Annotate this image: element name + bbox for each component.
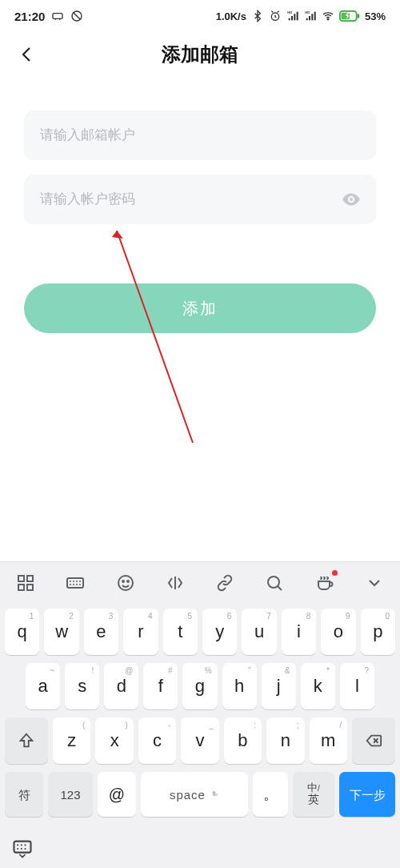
key-g[interactable]: %g [182,663,217,709]
svg-rect-0 [53,14,62,19]
svg-rect-23 [67,578,83,588]
keyboard-status-icon [51,10,64,22]
toggle-password-visibility-icon[interactable] [341,189,362,210]
key-l[interactable]: ?l [340,663,374,709]
signal-2-icon: HD [304,10,317,22]
svg-point-26 [127,581,129,582]
key-z[interactable]: (z [53,717,90,764]
svg-point-24 [118,576,133,590]
key-w[interactable]: 2w [44,609,78,655]
key-t[interactable]: 5t [163,609,198,655]
backspace-key[interactable] [352,717,395,764]
key-i[interactable]: 8i [282,609,316,655]
key-p[interactable]: 0p [361,609,395,655]
toolbar-emoji-icon[interactable] [111,569,140,597]
svg-rect-20 [27,576,33,581]
svg-rect-12 [314,12,316,21]
numeric-key[interactable]: 123 [48,772,93,817]
at-key[interactable]: @ [98,772,136,817]
next-key[interactable]: 下一步 [339,772,395,817]
add-button[interactable]: 添加 [24,283,376,333]
key-v[interactable]: _v [181,717,218,764]
key-o[interactable]: 9o [321,609,355,655]
svg-rect-5 [291,16,293,20]
svg-rect-7 [297,12,298,21]
key-m[interactable]: /m [310,717,347,764]
battery-icon [339,10,360,22]
soft-keyboard: 1q2w3e4r5t6y7u8i9o0p ~a!s@d#f%g"h&j*k?l … [0,561,400,868]
svg-rect-28 [14,842,31,853]
key-u[interactable]: 7u [242,609,276,655]
key-b[interactable]: :b [224,717,262,764]
battery-percent: 53% [365,10,386,22]
svg-text:HD: HD [287,10,292,14]
key-n[interactable]: ;n [266,717,304,764]
wifi-icon [322,10,334,22]
keyboard-row-1: 1q2w3e4r5t6y7u8i9o0p [5,609,395,655]
space-key[interactable]: space [141,772,248,817]
svg-rect-16 [358,14,360,18]
svg-rect-9 [306,18,308,21]
symbol-key[interactable]: 符 [5,772,43,817]
keyboard-toolbar [0,562,400,604]
net-speed: 1.0K/s [216,10,246,22]
svg-rect-6 [294,14,295,20]
key-y[interactable]: 6y [202,609,237,655]
key-s[interactable]: !s [65,663,99,709]
page-title: 添加邮箱 [162,42,238,67]
svg-rect-21 [18,585,24,590]
key-h[interactable]: "h [222,663,257,709]
no-disturb-icon [70,10,83,22]
svg-point-25 [122,581,124,582]
key-d[interactable]: @d [104,663,138,709]
key-q[interactable]: 1q [5,609,39,655]
keyboard-bottom-bar [0,830,400,868]
svg-rect-22 [27,585,33,590]
svg-point-27 [268,577,279,588]
bluetooth-icon [251,10,264,22]
toolbar-app-icon[interactable] [11,569,40,597]
toolbar-keyboard-icon[interactable] [61,569,90,597]
key-x[interactable]: )x [95,717,133,764]
keyboard-row-2: ~a!s@d#f%g"h&j*k?l [5,663,395,709]
period-key[interactable]: 。 [253,772,288,817]
alarm-icon [269,10,282,22]
status-bar: 21:20 1.0K/s HD HD 53% [0,0,400,32]
form-area: 添加 [0,77,400,333]
key-c[interactable]: -c [138,717,176,764]
key-j[interactable]: &j [262,663,296,709]
svg-rect-4 [289,18,290,21]
toolbar-cursor-icon[interactable] [161,569,190,597]
toolbar-collapse-icon[interactable] [360,569,389,597]
toolbar-clip-icon[interactable] [210,569,239,597]
key-a[interactable]: ~a [26,663,60,709]
toolbar-search-icon[interactable] [260,569,289,597]
key-f[interactable]: #f [143,663,178,709]
notification-dot-icon [332,570,338,576]
svg-rect-19 [18,576,24,581]
language-key[interactable]: 中/英 [293,772,334,817]
key-r[interactable]: 4r [123,609,158,655]
svg-rect-11 [311,14,313,20]
keyboard-row-3: (z)x-c_v:b;n/m [5,717,395,764]
key-k[interactable]: *k [301,663,335,709]
svg-point-13 [327,18,329,20]
keyboard-row-4: 符 123 @ space 。 中/英 下一步 [5,772,395,817]
page-header: 添加邮箱 [0,32,400,77]
key-e[interactable]: 3e [84,609,118,655]
back-button[interactable] [18,45,37,64]
svg-text:HD: HD [305,10,310,14]
shift-key[interactable] [5,717,48,764]
hide-keyboard-icon[interactable] [11,838,34,860]
status-time: 21:20 [14,10,45,23]
email-input[interactable] [24,111,376,160]
signal-1-icon: HD [286,10,299,22]
toolbar-coffee-icon[interactable] [310,569,339,597]
password-input[interactable] [24,175,376,224]
svg-rect-10 [309,16,310,20]
